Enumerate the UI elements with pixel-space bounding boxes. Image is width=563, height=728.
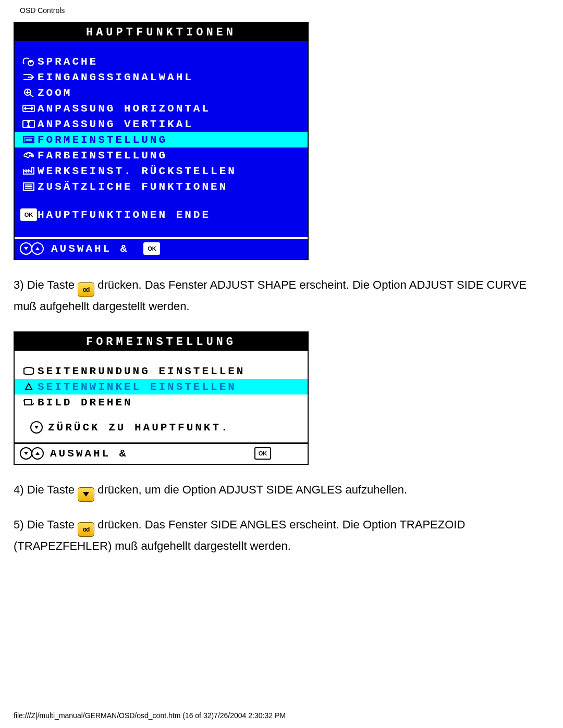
down-button-icon xyxy=(78,487,94,502)
menu-item-vert[interactable]: ANPASSUNG VERTIKAL xyxy=(15,116,308,132)
step-4-text: 4) Die Taste drücken, um die Option ADJU… xyxy=(14,480,535,502)
menu-label: ANPASSUNG HORIZONTAL xyxy=(38,103,211,115)
osd-shape-menu: FORMEINSTELLUNG SEITENRUNDUNG EINSTELLEN… xyxy=(14,331,309,465)
menu-item-side-angle[interactable]: SEITENWINKEL EINSTELLEN xyxy=(15,379,308,394)
menu-item-side-curve[interactable]: SEITENRUNDUNG EINSTELLEN xyxy=(15,363,308,379)
step-3-text: 3) Die Taste od drücken. Das Fenster ADJ… xyxy=(14,276,535,316)
menu-item-farbe[interactable]: FARBEINSTELLUNG xyxy=(15,147,308,163)
menu-label: HAUPTFUNKTIONEN ENDE xyxy=(38,209,211,221)
svg-point-5 xyxy=(29,153,30,154)
ok-icon: OK xyxy=(254,447,271,460)
svg-rect-8 xyxy=(25,400,32,405)
menu-label: SEITENWINKEL EINSTELLEN xyxy=(38,381,237,393)
menu-label: EINGANGSSIGNALWAHL xyxy=(38,71,193,83)
menu-label: SEITENRUNDUNG EINSTELLEN xyxy=(38,365,245,377)
side-curve-icon xyxy=(20,366,38,376)
menu-item-sprache[interactable]: SPRACHE xyxy=(15,54,308,69)
rotate-icon xyxy=(20,398,38,407)
menu-item-horiz[interactable]: ANPASSUNG HORIZONTAL xyxy=(15,101,308,116)
menu-item-zoom[interactable]: ZOOM xyxy=(15,85,308,101)
svg-point-4 xyxy=(26,153,27,154)
vertical-icon xyxy=(20,119,38,129)
footer-label: AUSWAHL & xyxy=(51,243,129,255)
menu-label: ZOOM xyxy=(38,87,72,99)
up-icon xyxy=(31,447,44,460)
zoom-icon xyxy=(20,88,38,97)
page-footer: file:///Z|/multi_manual/GERMAN/OSD/osd_c… xyxy=(14,711,286,720)
menu-label: ANPASSUNG VERTIKAL xyxy=(38,118,193,130)
ok-icon: OK xyxy=(20,208,38,221)
ok-button-icon: od xyxy=(78,522,94,537)
menu-label: SPRACHE xyxy=(38,56,98,68)
menu-label: BILD DREHEN xyxy=(38,397,133,409)
osd-main-menu: HAUPTFUNKTIONEN SPRACHE EINGANGSSIGNALWA… xyxy=(14,22,309,260)
menu-label: WERKSEINST. RÜCKSTELLEN xyxy=(38,165,237,177)
horizontal-icon xyxy=(20,104,38,113)
menu-item-extra[interactable]: ZUSÄTZLICHE FUNKTIONEN xyxy=(15,179,308,194)
footer-label: AUSWAHL & xyxy=(50,448,128,460)
menu-label: ZÜRÜCK ZU HAUPTFUNKT. xyxy=(48,422,230,434)
osd-footer: AUSWAHL & OK xyxy=(15,239,308,259)
menu-item-eingang[interactable]: EINGANGSSIGNALWAHL xyxy=(15,69,308,85)
svg-point-6 xyxy=(31,155,32,156)
down-icon xyxy=(20,242,32,255)
down-icon xyxy=(20,421,43,434)
down-icon xyxy=(20,447,32,460)
ok-icon: OK xyxy=(143,242,160,255)
menu-item-form[interactable]: FORMEINSTELLUNG xyxy=(15,132,308,147)
menu-item-reset[interactable]: WERKSEINST. RÜCKSTELLEN xyxy=(15,163,308,179)
menu-label: FORMEINSTELLUNG xyxy=(38,134,167,146)
input-icon xyxy=(20,72,38,82)
menu-exit[interactable]: OK HAUPTFUNKTIONEN ENDE xyxy=(15,207,308,223)
menu-label: ZUSÄTZLICHE FUNKTIONEN xyxy=(38,181,228,193)
list-icon xyxy=(20,182,38,191)
ok-button-icon: od xyxy=(78,282,94,297)
menu-item-rotate[interactable]: BILD DREHEN xyxy=(15,394,308,410)
osd-title: HAUPTFUNKTIONEN xyxy=(15,23,308,41)
menu-label: FARBEINSTELLUNG xyxy=(38,150,167,162)
language-icon xyxy=(20,57,38,66)
factory-icon xyxy=(20,166,38,176)
up-icon xyxy=(31,242,44,255)
color-icon xyxy=(20,151,38,160)
osd-title: FORMEINSTELLUNG xyxy=(15,332,308,351)
step-5-text: 5) Die Taste od drücken. Das Fenster SID… xyxy=(14,515,535,556)
page-header: OSD Controls xyxy=(0,0,563,15)
shape-icon xyxy=(20,135,38,144)
side-angle-icon xyxy=(20,382,38,391)
osd-footer: AUSWAHL & OK xyxy=(15,444,308,464)
menu-back[interactable]: ZÜRÜCK ZU HAUPTFUNKT. xyxy=(15,419,308,435)
